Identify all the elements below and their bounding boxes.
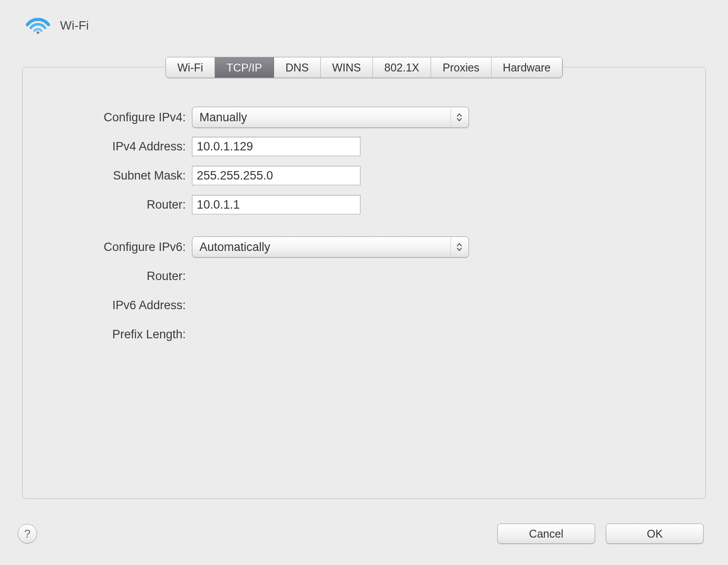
subnet-mask-label: Subnet Mask:: [40, 169, 192, 183]
chevron-up-down-icon: [450, 107, 464, 127]
configure-ipv4-select[interactable]: Manually: [192, 107, 469, 128]
settings-panel: Wi-Fi TCP/IP DNS WINS 802.1X Proxies Har…: [22, 67, 706, 499]
configure-ipv6-value: Automatically: [199, 240, 270, 254]
prefix-length-label: Prefix Length:: [40, 328, 192, 341]
cancel-button[interactable]: Cancel: [497, 524, 595, 544]
ipv4-address-label: IPv4 Address:: [40, 140, 192, 153]
configure-ipv4-value: Manually: [199, 111, 247, 124]
tab-8021x[interactable]: 802.1X: [373, 57, 431, 78]
configure-ipv6-label: Configure IPv6:: [40, 240, 192, 254]
configure-ipv6-select[interactable]: Automatically: [192, 236, 469, 258]
network-advanced-window: Wi-Fi Wi-Fi TCP/IP DNS WINS 802.1X Proxi…: [0, 0, 728, 565]
tab-dns[interactable]: DNS: [274, 57, 321, 78]
router-v4-label: Router:: [40, 198, 192, 212]
help-button[interactable]: ?: [18, 524, 37, 543]
page-title: Wi-Fi: [60, 19, 89, 33]
tab-hardware[interactable]: Hardware: [492, 57, 562, 78]
tab-tcpip[interactable]: TCP/IP: [215, 57, 274, 78]
ok-button[interactable]: OK: [606, 524, 704, 544]
router-v6-label: Router:: [40, 269, 192, 283]
configure-ipv4-label: Configure IPv4:: [40, 111, 192, 124]
tcpip-form: Configure IPv4: Manually IPv4 Address:: [23, 103, 705, 349]
tab-wifi[interactable]: Wi-Fi: [166, 57, 215, 78]
svg-point-0: [37, 31, 39, 34]
subnet-mask-field[interactable]: [192, 166, 360, 185]
chevron-up-down-icon: [450, 237, 464, 257]
ipv6-address-label: IPv6 Address:: [40, 299, 192, 312]
tab-proxies[interactable]: Proxies: [431, 57, 491, 78]
tab-wins[interactable]: WINS: [321, 57, 373, 78]
router-v4-field[interactable]: [192, 195, 360, 214]
bottom-bar: ? Cancel OK: [18, 524, 704, 544]
header: Wi-Fi: [25, 13, 706, 37]
wifi-icon: [25, 13, 51, 37]
tab-bar: Wi-Fi TCP/IP DNS WINS 802.1X Proxies Har…: [165, 57, 563, 78]
ipv4-address-field[interactable]: [192, 137, 360, 156]
